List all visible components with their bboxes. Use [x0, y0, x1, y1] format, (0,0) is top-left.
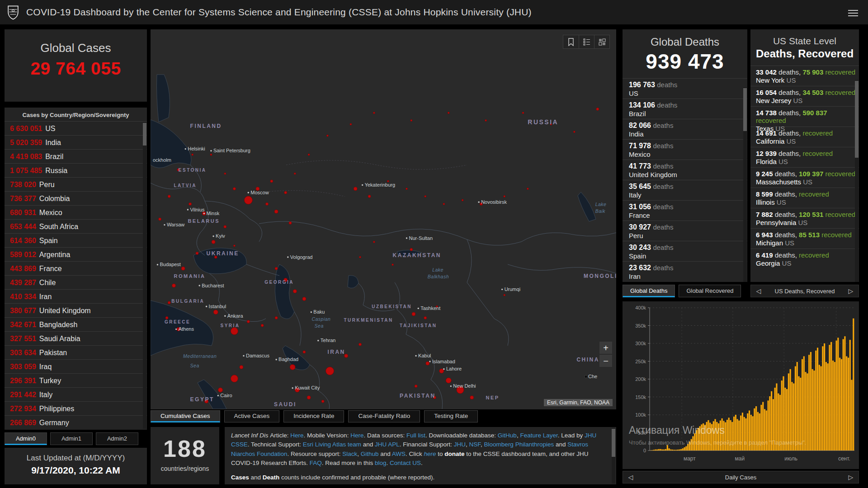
tab-admin2[interactable]: Admin2	[96, 432, 138, 445]
death-row[interactable]: 196 763 deathsUS	[623, 78, 747, 99]
bar	[677, 450, 678, 450]
country-case-row[interactable]: 291 442Italy	[5, 387, 147, 401]
link[interactable]: Bloomberg Philanthropies	[484, 441, 554, 448]
us-state-row[interactable]: 33 042 deaths, 75 903 recoveredNew York …	[750, 66, 859, 86]
country-case-row[interactable]: 6 630 051US	[5, 121, 147, 135]
scrollbar-track[interactable]	[143, 122, 146, 429]
bar	[722, 418, 723, 450]
death-row[interactable]: 31 056 deathsFrance	[623, 200, 747, 221]
us-recovered-word: recovered	[802, 150, 833, 157]
death-row[interactable]: 82 066 deathsIndia	[623, 119, 747, 139]
bar	[849, 340, 851, 450]
tab-testing-rate[interactable]: Testing Rate	[424, 410, 478, 422]
zoom-out-button[interactable]: −	[599, 354, 613, 367]
link[interactable]: AWS	[392, 450, 406, 457]
country-case-row[interactable]: 303 634Pakistan	[5, 345, 147, 359]
death-row[interactable]: 134 106 deathsBrazil	[623, 99, 747, 119]
us-state-row[interactable]: 7 882 deaths, 120 531 recoveredPennsylva…	[750, 208, 859, 228]
country-case-row[interactable]: 1 075 485Russia	[5, 163, 147, 177]
link[interactable]: NSF	[469, 441, 481, 448]
scrollbar-thumb[interactable]	[143, 123, 146, 145]
city-dot	[185, 148, 186, 150]
country-case-row[interactable]: 296 391Turkey	[5, 373, 147, 387]
scrollbar-thumb[interactable]	[743, 88, 747, 131]
country-case-row[interactable]: 342 671Bangladesh	[5, 317, 147, 331]
link[interactable]: JHU APL	[375, 441, 400, 448]
country-case-row[interactable]: 589 012Argentina	[5, 247, 147, 261]
us-state-row[interactable]: 8 599 deaths, recoveredIllinois US	[750, 188, 859, 208]
country-case-row[interactable]: 266 869Germany	[5, 415, 147, 429]
us-state-row[interactable]: 6 943 deaths, 85 513 recoveredMichigan U…	[750, 228, 859, 249]
death-row[interactable]: 71 978 deathsMexico	[623, 139, 747, 160]
country-case-row[interactable]: 410 334Iran	[5, 289, 147, 303]
death-row[interactable]: 23 632 deathsIran	[623, 261, 747, 282]
country-case-row[interactable]: 614 360Spain	[5, 233, 147, 247]
death-count-line: 35 645 deaths	[629, 183, 747, 191]
death-row[interactable]: 35 645 deathsItaly	[623, 180, 747, 200]
link[interactable]: Contact US	[390, 460, 421, 466]
death-row[interactable]: 30 243 deathsSpain	[623, 241, 747, 261]
us-state-row[interactable]: 16 054 deaths, 34 503 recoveredNew Jerse…	[750, 86, 859, 106]
country-case-row[interactable]: 653 444South Africa	[5, 219, 147, 233]
death-row[interactable]: 30 927 deathsPeru	[623, 221, 747, 241]
tab-global-recovered[interactable]: Global Recovered	[679, 285, 741, 297]
country-case-row[interactable]: 5 020 359India	[5, 135, 147, 149]
us-state-row[interactable]: 14 738 deaths, 590 837 recoveredTexas US	[750, 106, 859, 127]
country-case-row[interactable]: 738 020Peru	[5, 177, 147, 191]
death-unit: deaths	[657, 81, 677, 89]
city-dot	[292, 387, 293, 389]
country-case-row[interactable]: 443 869France	[5, 261, 147, 275]
tab-global-deaths[interactable]: Global Deaths	[623, 285, 675, 297]
us-state-panel: US State Level Deaths, Recovered 33 042 …	[750, 29, 859, 282]
scrollbar-thumb[interactable]	[612, 429, 615, 457]
country-case-row[interactable]: 439 287Chile	[5, 275, 147, 289]
legend-icon[interactable]	[579, 35, 594, 48]
zoom-in-button[interactable]: +	[599, 341, 613, 354]
us-state-row[interactable]: 6 419 deaths, recoveredGeorgia US	[750, 249, 859, 269]
link[interactable]: FAQ	[310, 460, 322, 466]
tab-case-fatality-ratio[interactable]: Case-Fatality Ratio	[348, 410, 420, 422]
case-cluster-dot	[412, 312, 415, 316]
prev-arrow-icon[interactable]: ◁	[623, 474, 638, 481]
link[interactable]: Feature Layer	[520, 432, 557, 439]
next-arrow-icon[interactable]: ▷	[843, 474, 859, 481]
us-state-row[interactable]: 14 691 deaths, recoveredCalifornia US	[750, 127, 859, 147]
bookmark-icon[interactable]	[563, 35, 579, 48]
basemap-icon[interactable]	[594, 35, 609, 48]
tab-admin1[interactable]: Admin1	[50, 432, 93, 445]
link[interactable]: Here	[290, 432, 303, 439]
tab-admin0[interactable]: Admin0	[5, 432, 47, 445]
country-case-row[interactable]: 680 931Mexico	[5, 205, 147, 219]
country-case-row[interactable]: 736 377Colombia	[5, 191, 147, 205]
country-case-row[interactable]: 327 551Saudi Arabia	[5, 331, 147, 345]
death-row[interactable]: 41 773 deathsUnited Kingdom	[623, 160, 747, 180]
scrollbar-thumb[interactable]	[855, 81, 859, 158]
country-case-row[interactable]: 380 677United Kingdom	[5, 303, 147, 317]
link[interactable]: GitHub	[498, 432, 517, 439]
link[interactable]: Github	[361, 450, 379, 457]
hamburger-menu-icon[interactable]	[848, 8, 858, 18]
country-case-row[interactable]: 272 934Philippines	[5, 401, 147, 415]
link[interactable]: Slack	[342, 450, 357, 457]
us-state-row[interactable]: 9 245 deaths, 109 397 recoveredMassachus…	[750, 167, 859, 188]
city-label: Cairo	[220, 393, 232, 398]
tab-incidence-rate[interactable]: Incidence Rate	[283, 410, 344, 422]
country-case-row[interactable]: 303 059Iraq	[5, 359, 147, 373]
link[interactable]: Full list	[406, 432, 425, 439]
world-map[interactable]: MediterraneanSeaCaspianSeaLakeBalkhashLa…	[151, 29, 616, 409]
prev-arrow-icon[interactable]: ◁	[751, 287, 766, 295]
tab-cumulative-cases[interactable]: Cumulative Cases	[151, 410, 220, 422]
country-case-row[interactable]: 4 419 083Brazil	[5, 149, 147, 163]
death-count: 71 978	[629, 142, 653, 150]
link[interactable]: here	[424, 450, 436, 457]
link[interactable]: Esri Living Atlas team	[303, 441, 361, 448]
next-arrow-icon[interactable]: ▷	[843, 287, 859, 295]
bar	[692, 436, 693, 450]
country-name: France	[39, 265, 62, 272]
link[interactable]: blog	[375, 460, 387, 466]
us-state-row[interactable]: 12 939 deaths, recoveredFlorida US	[750, 147, 859, 167]
link[interactable]: JHU	[454, 441, 466, 448]
tab-active-cases[interactable]: Active Cases	[224, 410, 280, 422]
link[interactable]: Here	[350, 432, 363, 439]
death-unit: deaths	[653, 223, 673, 231]
